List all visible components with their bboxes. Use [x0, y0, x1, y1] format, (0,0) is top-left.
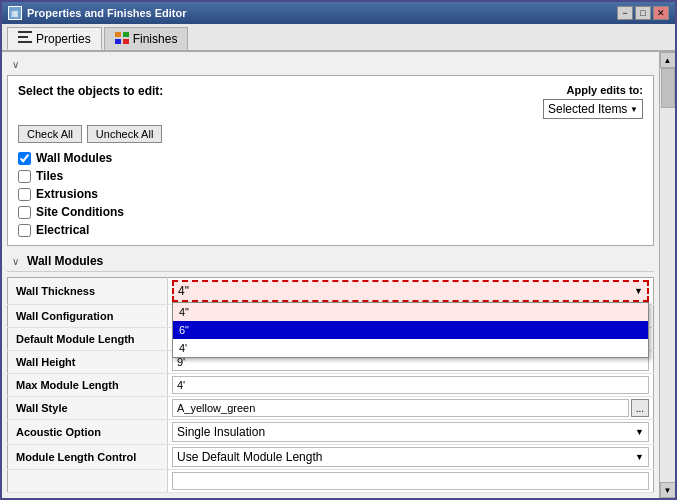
window-controls: − □ ✕: [617, 6, 669, 20]
tab-properties-label: Properties: [36, 32, 91, 46]
properties-table: Wall Thickness 4" ▼ 4" 6" 4': [7, 277, 654, 493]
vertical-scrollbar[interactable]: ▲ ▼: [659, 52, 675, 498]
checkbox-tiles-label: Tiles: [36, 169, 63, 183]
check-all-button[interactable]: Check All: [18, 125, 82, 143]
checkbox-extrusions: Extrusions: [18, 187, 643, 201]
table-row: Wall Style ...: [8, 397, 654, 420]
svg-rect-3: [115, 32, 121, 37]
scroll-down-button[interactable]: ▼: [660, 482, 676, 498]
select-panel: Select the objects to edit: Apply edits …: [7, 75, 654, 246]
acoustic-option-cell: Single Insulation ▼: [168, 420, 654, 445]
apply-edits-dropdown[interactable]: Selected Items ▼: [543, 99, 643, 119]
module-length-control-label: Module Length Control: [8, 445, 168, 470]
svg-rect-1: [18, 36, 28, 38]
checkbox-tiles-input[interactable]: [18, 170, 31, 183]
collapse-icon[interactable]: ∨: [12, 59, 19, 70]
dropdown-item-4ft[interactable]: 4': [173, 339, 648, 357]
wall-style-label: Wall Style: [8, 397, 168, 420]
close-button[interactable]: ✕: [653, 6, 669, 20]
maximize-button[interactable]: □: [635, 6, 651, 20]
uncheck-all-button[interactable]: Uncheck All: [87, 125, 162, 143]
wall-style-browse-button[interactable]: ...: [631, 399, 649, 417]
wall-thickness-cell: 4" ▼ 4" 6" 4': [168, 278, 654, 305]
scroll-track[interactable]: [660, 68, 676, 482]
tab-properties[interactable]: Properties: [7, 27, 102, 50]
table-row: [8, 470, 654, 493]
tab-finishes[interactable]: Finishes: [104, 27, 189, 50]
wall-thickness-label: Wall Thickness: [8, 278, 168, 305]
table-row: Max Module Length: [8, 374, 654, 397]
module-length-control-value: Use Default Module Length: [177, 450, 322, 464]
module-length-control-dropdown[interactable]: Use Default Module Length ▼: [172, 447, 649, 467]
tab-finishes-label: Finishes: [133, 32, 178, 46]
properties-icon: [18, 31, 32, 46]
scroll-up-button[interactable]: ▲: [660, 52, 676, 68]
checkbox-electrical-label: Electrical: [36, 223, 89, 237]
finishes-icon: [115, 32, 129, 47]
main-content: ∨ Select the objects to edit: Apply edit…: [2, 52, 675, 498]
extra-prop-input[interactable]: [172, 472, 649, 490]
dropdown-item-6inch[interactable]: 6": [173, 321, 648, 339]
checkbox-tiles: Tiles: [18, 169, 643, 183]
scroll-thumb[interactable]: [661, 68, 675, 108]
dropdown-item-4inch[interactable]: 4": [173, 303, 648, 321]
checkbox-extrusions-label: Extrusions: [36, 187, 98, 201]
wall-modules-collapse-icon[interactable]: ∨: [12, 256, 19, 267]
svg-rect-0: [18, 31, 32, 33]
wall-modules-section-title: Wall Modules: [27, 254, 103, 268]
window-title: Properties and Finishes Editor: [27, 7, 187, 19]
minimize-button[interactable]: −: [617, 6, 633, 20]
max-module-length-label: Max Module Length: [8, 374, 168, 397]
svg-rect-5: [115, 39, 121, 44]
extra-prop-label: [8, 470, 168, 493]
app-icon: ▦: [8, 6, 22, 20]
wall-thickness-dropdown-header[interactable]: 4" ▼: [172, 280, 649, 302]
wall-thickness-value: 4": [178, 284, 189, 298]
apply-edits-arrow: ▼: [630, 105, 638, 114]
module-length-control-arrow: ▼: [635, 452, 644, 462]
title-bar-left: ▦ Properties and Finishes Editor: [8, 6, 187, 20]
checkbox-site-conditions-input[interactable]: [18, 206, 31, 219]
wall-style-input[interactable]: [172, 399, 629, 417]
checkbox-wall-modules-input[interactable]: [18, 152, 31, 165]
title-bar: ▦ Properties and Finishes Editor − □ ✕: [2, 2, 675, 24]
wall-style-input-group: ...: [172, 399, 649, 417]
wall-thickness-dropdown-container: 4" ▼ 4" 6" 4': [172, 280, 649, 302]
checkbox-wall-modules-label: Wall Modules: [36, 151, 112, 165]
table-row: Module Length Control Use Default Module…: [8, 445, 654, 470]
checkbox-group: Wall Modules Tiles Extrusions Site Condi…: [18, 151, 643, 237]
wall-modules-section-header: ∨ Wall Modules: [7, 251, 654, 272]
checkbox-wall-modules: Wall Modules: [18, 151, 643, 165]
select-header: Select the objects to edit: Apply edits …: [18, 84, 643, 119]
apply-edits-value: Selected Items: [548, 102, 627, 116]
acoustic-option-label: Acoustic Option: [8, 420, 168, 445]
check-buttons: Check All Uncheck All: [18, 125, 643, 143]
select-title: Select the objects to edit:: [18, 84, 163, 98]
default-module-length-label: Default Module Length: [8, 328, 168, 351]
svg-rect-4: [123, 32, 129, 37]
acoustic-option-arrow: ▼: [635, 427, 644, 437]
extra-prop-cell: [168, 470, 654, 493]
scroll-area[interactable]: ∨ Select the objects to edit: Apply edit…: [2, 52, 659, 498]
wall-height-label: Wall Height: [8, 351, 168, 374]
tabs-bar: Properties Finishes: [2, 24, 675, 52]
checkbox-electrical-input[interactable]: [18, 224, 31, 237]
svg-rect-2: [18, 41, 32, 43]
apply-edits-label: Apply edits to:: [567, 84, 643, 96]
wall-thickness-dropdown-list: 4" 6" 4': [172, 302, 649, 358]
checkbox-electrical: Electrical: [18, 223, 643, 237]
main-window: ▦ Properties and Finishes Editor − □ ✕ P…: [0, 0, 677, 500]
checkbox-extrusions-input[interactable]: [18, 188, 31, 201]
max-module-length-input[interactable]: [172, 376, 649, 394]
module-length-control-cell: Use Default Module Length ▼: [168, 445, 654, 470]
checkbox-site-conditions: Site Conditions: [18, 205, 643, 219]
wall-configuration-label: Wall Configuration: [8, 305, 168, 328]
acoustic-option-dropdown[interactable]: Single Insulation ▼: [172, 422, 649, 442]
max-module-length-cell: [168, 374, 654, 397]
wall-style-cell: ...: [168, 397, 654, 420]
collapse-row: ∨: [7, 57, 654, 72]
table-row: Acoustic Option Single Insulation ▼: [8, 420, 654, 445]
checkbox-site-conditions-label: Site Conditions: [36, 205, 124, 219]
table-row: Wall Thickness 4" ▼ 4" 6" 4': [8, 278, 654, 305]
apply-edits-section: Apply edits to: Selected Items ▼: [543, 84, 643, 119]
